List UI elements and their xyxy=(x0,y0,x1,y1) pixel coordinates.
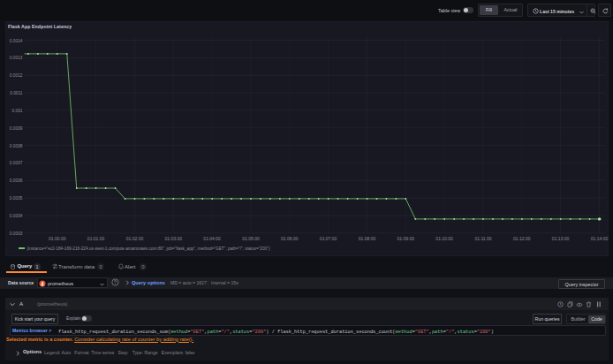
svg-text:01:03:00: 01:03:00 xyxy=(165,236,183,241)
svg-text:01:10:00: 01:10:00 xyxy=(435,236,453,241)
svg-text:0.0005: 0.0005 xyxy=(10,196,23,201)
svg-text:{instance="ec2-184-169-216-224: {instance="ec2-184-169-216-224.us-west-1… xyxy=(27,246,270,251)
svg-text:0.0004: 0.0004 xyxy=(10,214,23,218)
svg-text:01:08:00: 01:08:00 xyxy=(359,236,376,241)
svg-text:0.0013: 0.0013 xyxy=(10,56,23,60)
svg-text:0.0012: 0.0012 xyxy=(10,73,23,78)
svg-text:01:00:00: 01:00:00 xyxy=(49,236,66,241)
svg-text:0.0009: 0.0009 xyxy=(10,126,23,131)
svg-text:0.001: 0.001 xyxy=(11,109,22,113)
svg-text:0.0011: 0.0011 xyxy=(10,91,23,95)
svg-text:01:12:00: 01:12:00 xyxy=(513,236,531,241)
svg-text:0.0008: 0.0008 xyxy=(10,144,23,148)
svg-text:01:04:00: 01:04:00 xyxy=(203,236,221,241)
svg-text:01:07:00: 01:07:00 xyxy=(320,236,337,241)
svg-text:01:09:00: 01:09:00 xyxy=(397,236,415,241)
svg-text:01:05:00: 01:05:00 xyxy=(242,236,260,241)
svg-text:flask_http_request_duration_se: flask_http_request_duration_seconds_sum(… xyxy=(58,330,494,335)
svg-text:01:11:00: 01:11:00 xyxy=(474,236,491,241)
svg-text:01:14:00: 01:14:00 xyxy=(591,236,609,241)
svg-text:01:01:00: 01:01:00 xyxy=(87,236,105,241)
svg-text:0.0014: 0.0014 xyxy=(10,39,23,43)
svg-text:0.0006: 0.0006 xyxy=(10,178,23,183)
svg-text:01:02:00: 01:02:00 xyxy=(126,236,144,241)
svg-text:01:06:00: 01:06:00 xyxy=(281,236,299,241)
svg-text:01:13:00: 01:13:00 xyxy=(552,236,570,241)
svg-text:0.0007: 0.0007 xyxy=(10,161,23,165)
svg-text:0.0003: 0.0003 xyxy=(10,231,23,236)
